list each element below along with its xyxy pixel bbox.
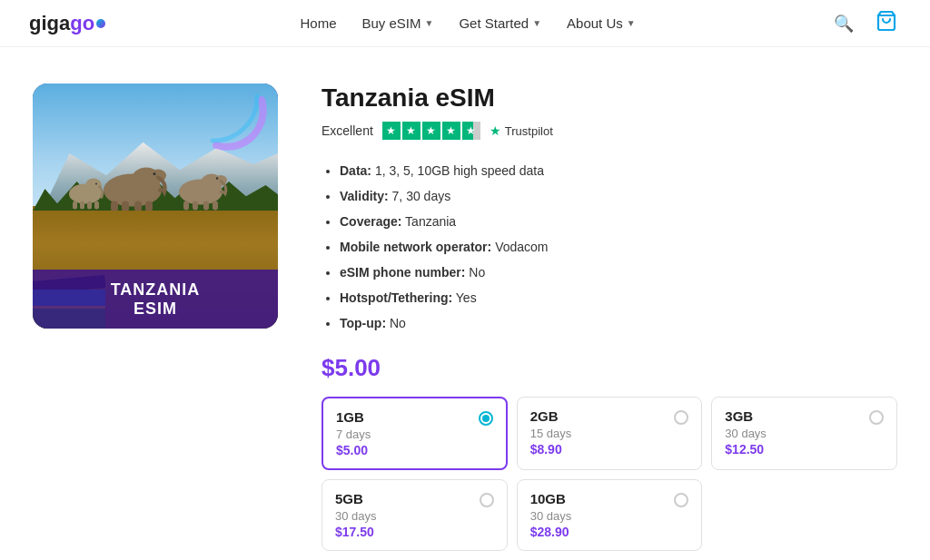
feature-validity-value: 7, 30 days	[392, 189, 451, 203]
star-2: ★	[402, 122, 420, 140]
plan-3gb-days: 30 days	[725, 427, 884, 440]
header-actions: 🔍	[830, 6, 901, 40]
svg-rect-20	[80, 201, 84, 210]
trustpilot-label: Excellent	[322, 123, 373, 138]
plan-2gb-price: $8.90	[530, 442, 689, 457]
star-1: ★	[382, 122, 401, 140]
feature-validity-label: Validity:	[340, 189, 389, 203]
search-button[interactable]: 🔍	[830, 10, 857, 37]
svg-rect-13	[193, 201, 198, 211]
svg-point-8	[153, 172, 156, 175]
cart-button-wrap	[872, 6, 901, 40]
plan-10gb-header: 10GB	[530, 491, 689, 507]
feature-validity: Validity: 7, 30 days	[340, 183, 897, 209]
svg-rect-5	[122, 201, 129, 211]
plan-10gb-days: 30 days	[530, 509, 689, 523]
plan-5gb[interactable]: 5GB 30 days $17.50	[322, 479, 508, 551]
plan-1gb[interactable]: 1GB 7 days $5.00	[322, 397, 508, 470]
svg-rect-14	[203, 201, 209, 211]
feature-mno-value: Vodacom	[495, 240, 548, 254]
plan-10gb-radio[interactable]	[674, 493, 688, 507]
feature-hotspot-value: Yes	[456, 290, 477, 305]
plan-5gb-radio[interactable]	[480, 493, 494, 507]
image-label-line1: TANZANIA	[111, 280, 201, 299]
chevron-down-icon: ▼	[532, 18, 541, 28]
svg-point-23	[95, 183, 97, 185]
plan-2gb-radio[interactable]	[674, 410, 688, 425]
feature-data: Data: 1, 3, 5, 10GB high speed data	[340, 158, 897, 183]
plan-1gb-radio[interactable]	[479, 411, 493, 426]
nav-buy-esim-label: Buy eSIM	[361, 15, 420, 31]
svg-rect-15	[213, 201, 218, 211]
logo-dot-icon	[96, 19, 105, 28]
feature-phone-label: eSIM phone number:	[340, 265, 465, 280]
feature-hotspot: Hotspot/Tethering: Yes	[340, 285, 897, 310]
feature-coverage-label: Coverage:	[340, 214, 401, 229]
plan-1gb-days: 7 days	[336, 427, 493, 441]
nav-buy-esim[interactable]: Buy eSIM ▼	[361, 15, 433, 31]
image-label-line2: ESIM	[134, 300, 177, 318]
product-title: Tanzania eSIM	[322, 84, 897, 113]
svg-rect-19	[73, 201, 77, 210]
cart-button[interactable]	[872, 6, 901, 40]
plan-5gb-days: 30 days	[335, 509, 494, 523]
feature-data-value: 1, 3, 5, 10GB high speed data	[375, 163, 544, 178]
nav-home[interactable]: Home	[300, 15, 336, 31]
logo-text-giga: giga	[29, 12, 70, 35]
product-image-label: TANZANIA ESIM	[33, 270, 278, 329]
trustpilot-stars: ★ ★ ★ ★ ★	[382, 122, 480, 140]
nav-get-started[interactable]: Get Started ▼	[459, 15, 541, 31]
nav-about-us-label: About Us	[567, 15, 623, 31]
svg-rect-4	[111, 201, 118, 211]
feature-coverage: Coverage: Tanzania	[340, 209, 897, 234]
svg-rect-22	[94, 201, 99, 210]
plan-5gb-size: 5GB	[335, 491, 363, 506]
feature-data-label: Data:	[340, 163, 371, 178]
header: gigago Home Buy eSIM ▼ Get Started ▼ Abo…	[0, 0, 930, 47]
plan-grid: 1GB 7 days $5.00 2GB 15 days $8.90 3GB	[322, 397, 897, 551]
feature-hotspot-label: Hotspot/Tethering:	[340, 290, 452, 305]
star-3: ★	[422, 122, 440, 140]
features-list: Data: 1, 3, 5, 10GB high speed data Vali…	[322, 158, 897, 336]
decorative-arc-icon	[207, 91, 271, 154]
feature-topup-label: Top-up:	[340, 316, 386, 330]
svg-rect-12	[183, 201, 189, 211]
plan-3gb-price: $12.50	[725, 442, 884, 457]
plan-10gb-size: 10GB	[530, 491, 566, 506]
svg-rect-6	[134, 201, 142, 211]
main-content: TANZANIA ESIM Tanzania eSIM Excellent ★ …	[11, 84, 919, 551]
feature-topup-value: No	[390, 316, 406, 330]
chevron-down-icon: ▼	[425, 18, 434, 28]
plan-2gb-days: 15 days	[530, 427, 689, 440]
plan-2gb[interactable]: 2GB 15 days $8.90	[517, 397, 703, 470]
search-icon: 🔍	[834, 15, 854, 33]
main-nav: Home Buy eSIM ▼ Get Started ▼ About Us ▼	[300, 15, 635, 31]
trustpilot-brand: ★ Trustpilot	[490, 123, 553, 138]
product-details: Tanzania eSIM Excellent ★ ★ ★ ★ ★ ★ Trus…	[322, 84, 897, 551]
plan-10gb[interactable]: 10GB 30 days $28.90	[517, 479, 703, 551]
feature-mno: Mobile network operator: Vodacom	[340, 234, 897, 260]
nav-about-us[interactable]: About Us ▼	[567, 15, 636, 31]
feature-phone-value: No	[469, 265, 485, 280]
product-price: $5.00	[322, 354, 897, 382]
feature-coverage-value: Tanzania	[405, 214, 456, 229]
trustpilot-row: Excellent ★ ★ ★ ★ ★ ★ Trustpilot	[322, 122, 897, 140]
plan-2gb-size: 2GB	[530, 408, 559, 424]
plan-3gb[interactable]: 3GB 30 days $12.50	[711, 397, 897, 470]
trustpilot-star-icon: ★	[490, 123, 501, 138]
plan-2gb-header: 2GB	[530, 408, 689, 425]
feature-mno-label: Mobile network operator:	[340, 240, 491, 254]
plan-3gb-radio[interactable]	[869, 410, 884, 425]
logo[interactable]: gigago	[29, 12, 105, 35]
plan-5gb-price: $17.50	[335, 525, 494, 539]
cart-icon	[876, 10, 897, 32]
plan-10gb-price: $28.90	[530, 525, 689, 539]
plan-1gb-size: 1GB	[336, 409, 364, 425]
product-image-bg: TANZANIA ESIM	[33, 84, 278, 329]
svg-point-16	[216, 178, 218, 180]
chevron-down-icon: ▼	[627, 18, 636, 28]
logo-text-go: go	[70, 12, 94, 35]
plan-1gb-price: $5.00	[336, 443, 493, 457]
plan-3gb-size: 3GB	[725, 408, 753, 424]
star-4: ★	[442, 122, 460, 140]
